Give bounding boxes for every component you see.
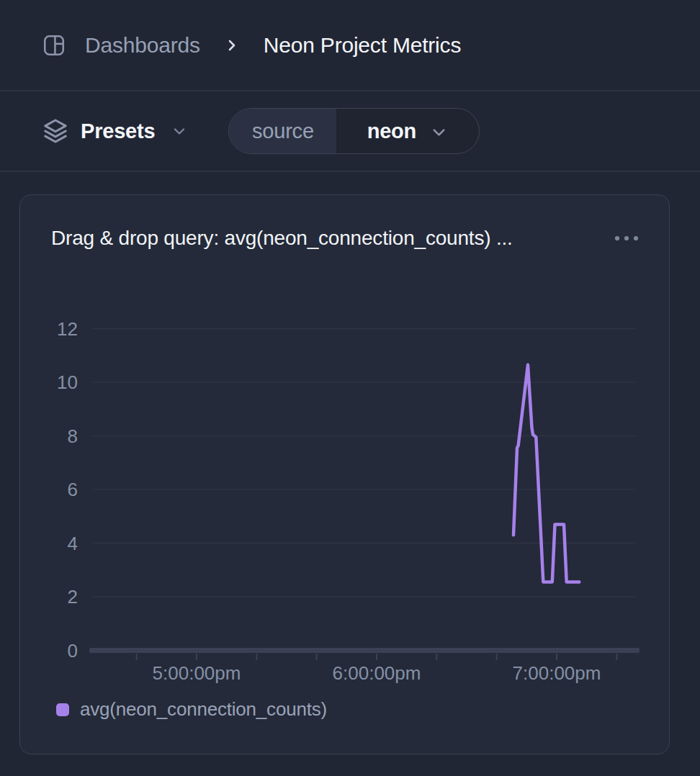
dashboards-icon [42, 33, 66, 58]
layers-icon [42, 117, 69, 145]
x-axis-label: 6:00:00pm [333, 662, 421, 684]
panel-title: Drag & drop query: avg(neon_connection_c… [51, 227, 513, 250]
legend-series-label: avg(neon_connection_counts) [80, 698, 327, 721]
panel-menu-button[interactable] [610, 227, 643, 249]
source-filter-select[interactable]: source neon [228, 108, 480, 154]
filter-value-label: neon [367, 119, 416, 143]
panel-header: Drag & drop query: avg(neon_connection_c… [20, 195, 669, 250]
y-axis-label: 12 [57, 318, 78, 340]
ellipsis-menu-icon [614, 235, 640, 242]
y-axis-label: 2 [68, 586, 78, 608]
x-axis-label: 5:00:00pm [153, 662, 241, 684]
breadcrumb-dashboards-link[interactable]: Dashboards [85, 33, 200, 58]
chart-legend[interactable]: avg(neon_connection_counts) [56, 698, 327, 721]
y-axis-label: 6 [68, 479, 78, 500]
presets-dropdown[interactable]: Presets [42, 117, 188, 145]
top-header: Dashboards Neon Project Metrics [0, 0, 700, 91]
filters-toolbar: Presets source neon [0, 91, 700, 172]
x-axis-label: 7:00:00pm [513, 662, 601, 684]
chevron-right-icon [223, 37, 241, 54]
metrics-panel-card: 0246810125:00:00pm6:00:00pm7:00:00pm Dra… [19, 194, 670, 754]
x-axis-line [89, 648, 640, 653]
page-title: Neon Project Metrics [264, 33, 461, 58]
presets-label: Presets [81, 119, 155, 143]
series-line [513, 365, 579, 582]
chevron-down-icon [429, 122, 449, 142]
filter-value: neon [336, 109, 479, 153]
y-axis-label: 8 [68, 425, 78, 447]
metrics-line-chart[interactable]: 0246810125:00:00pm6:00:00pm7:00:00pm [20, 195, 670, 755]
chevron-down-icon [171, 122, 188, 140]
y-axis-label: 0 [68, 640, 78, 662]
y-axis-label: 10 [57, 371, 78, 393]
filter-key-label: source [229, 109, 336, 153]
y-axis-label: 4 [68, 533, 78, 554]
legend-swatch [56, 703, 69, 716]
